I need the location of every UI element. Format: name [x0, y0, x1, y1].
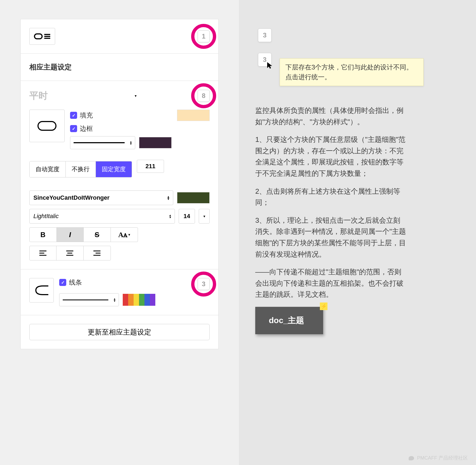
line-style-select[interactable]: ▴▾ [59, 293, 119, 306]
fill-checkbox[interactable] [70, 112, 77, 119]
shape-preview[interactable] [29, 110, 65, 142]
line-checkbox[interactable] [59, 279, 66, 286]
align-left-button[interactable] [30, 246, 56, 260]
bubble-icon [409, 456, 414, 460]
svg-rect-0 [34, 34, 42, 39]
case-button[interactable]: Aᴀ ▾ [111, 228, 138, 242]
description-text: 监控具体所负责的属性（具体使用时会指出，例如"方块的结构"、"方块的样式"）。 … [255, 105, 407, 300]
font-style-select[interactable]: LightItalic ▴▾ [29, 209, 175, 224]
example-count-1[interactable]: 3 [258, 28, 272, 42]
width-fixed-button[interactable]: 固定宽度 [96, 161, 132, 177]
align-right-button[interactable] [84, 246, 111, 260]
settings-panel: 1 相应主题设定 平时 ▾ 8 [20, 19, 219, 349]
font-color-swatch[interactable] [177, 192, 210, 203]
width-auto-button[interactable]: 自动宽度 [30, 161, 66, 177]
line-count-box[interactable]: 3 [198, 278, 210, 290]
layout-icon [34, 32, 51, 40]
font-family-label: SinceYouCantDoItWronger [33, 194, 109, 201]
doc-card[interactable]: ⚡ doc_主题 [255, 307, 323, 334]
fill-color-swatch[interactable] [177, 110, 210, 121]
line-preview[interactable] [29, 278, 54, 302]
bold-button[interactable]: B [30, 228, 57, 242]
layout-icon-button[interactable] [29, 28, 55, 45]
connector-icon [35, 284, 48, 296]
align-center-button[interactable] [56, 246, 83, 260]
fill-label: 填充 [80, 111, 93, 120]
width-nowrap-button[interactable]: 不换行 [66, 161, 96, 177]
header-count-box[interactable]: 1 [198, 30, 210, 42]
strike-button[interactable]: S [84, 228, 111, 242]
font-size-dropdown[interactable]: ▾ [199, 209, 210, 224]
border-label: 边框 [80, 124, 93, 133]
update-button[interactable]: 更新至相应主题设定 [29, 324, 210, 340]
border-style-select[interactable]: ▴▾ [70, 136, 135, 149]
watermark: PMCAFF 产品经理社区 [409, 455, 468, 461]
border-checkbox[interactable] [70, 125, 77, 132]
line-color-rainbow[interactable] [123, 294, 155, 306]
border-color-swatch[interactable] [139, 137, 172, 148]
pill-icon [37, 121, 56, 131]
italic-button[interactable]: I [57, 228, 84, 242]
section-title: 相应主题设定 [29, 62, 210, 72]
font-size-input[interactable]: 14 [179, 209, 195, 224]
line-label: 线条 [69, 278, 82, 287]
doc-label: doc_主题 [269, 316, 304, 325]
state-count-box[interactable]: 8 [198, 90, 210, 102]
font-family-select[interactable]: SinceYouCantDoItWronger ▴▾ [29, 190, 173, 205]
chevron-down-icon[interactable]: ▾ [135, 94, 137, 98]
font-style-label: LightItalic [33, 213, 59, 220]
width-mode-group: 自动宽度 不换行 固定宽度 [29, 161, 132, 177]
tooltip: 下层存在3个方块，它们与此处的设计不同。点击进行统一。 [280, 58, 424, 86]
width-value-input[interactable]: 211 [137, 160, 164, 173]
state-label: 平时 [29, 90, 48, 102]
cursor-icon [267, 62, 273, 71]
bolt-icon: ⚡ [320, 302, 327, 310]
